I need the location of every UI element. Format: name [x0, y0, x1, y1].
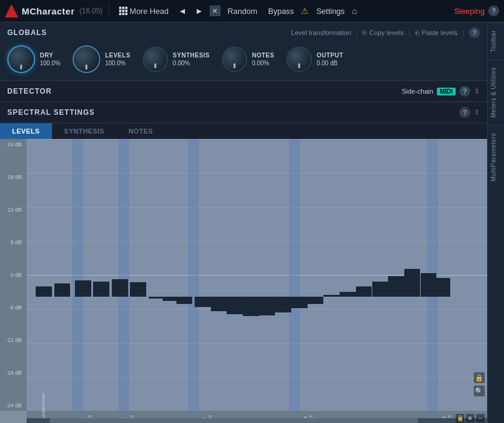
bar-19: [356, 286, 372, 297]
v-band-3: [289, 139, 300, 411]
zoom-icon-button[interactable]: 🔍: [474, 386, 485, 396]
knob-synthesis[interactable]: [143, 47, 168, 72]
knob-label-synthesis: SYNTHESIS: [173, 52, 210, 59]
h-line-0: [27, 139, 487, 140]
knob-value-synthesis: 0.00%: [173, 60, 210, 66]
nav-prev-button[interactable]: ◄: [176, 5, 189, 17]
bar-2: [75, 280, 91, 297]
bar-20: [372, 282, 389, 297]
knob-labels-levels: LEVELS 100.0%: [105, 52, 131, 66]
knob-indicator-dry: [21, 65, 22, 69]
detector-title: DETECTOR: [7, 87, 52, 95]
bar-16: [308, 297, 324, 304]
bar-5: [130, 282, 146, 297]
h-line-7: [27, 377, 487, 378]
lock-icon-button[interactable]: 🔒: [474, 372, 485, 383]
globals-section: GLOBALS Level transformation | ⎘ Copy le…: [0, 22, 487, 81]
knob-group-synthesis[interactable]: SYNTHESIS 0.00%: [143, 47, 210, 72]
bar-10: [211, 297, 227, 311]
sidebar-tab-multiparams[interactable]: MultiParameters: [488, 125, 504, 189]
close-button[interactable]: ✕: [210, 5, 221, 16]
scrollbar-icons: 🔒 ⊕ ↔: [456, 414, 485, 422]
random-button[interactable]: Random: [224, 5, 261, 17]
knob-labels-output: OUTPUT 0.00 dB: [317, 52, 343, 66]
y-label-5: -6 dB: [1, 305, 24, 311]
chart-bottom-icons: 🔒 🔍: [474, 372, 485, 396]
bar-14: [275, 297, 291, 312]
app-version: (16.05): [80, 7, 103, 15]
knobs-row: DRY 100.0% LEVELS 100.0% SYNTHESIS 0.00%…: [7, 43, 480, 76]
left-panel: GLOBALS Level transformation | ⎘ Copy le…: [0, 22, 487, 423]
sidebar-tab-meters[interactable]: Meters & Utilities: [488, 59, 504, 125]
spectral-chevron[interactable]: ⇕: [474, 108, 480, 117]
y-label-2: 12 dB: [1, 207, 24, 213]
tab-levels[interactable]: LEVELS: [0, 123, 52, 139]
sidebar-tab-toolbar[interactable]: Toolbar: [488, 22, 504, 59]
tab-notes[interactable]: NOTES: [117, 123, 165, 139]
knob-labels-dry: DRY 100.0%: [40, 52, 60, 66]
scrollbar-fit-icon[interactable]: ↔: [476, 414, 485, 422]
help-button[interactable]: ?: [488, 5, 499, 16]
right-sidebar: ToolbarMeters & UtilitiesMultiParameters: [487, 22, 504, 423]
paste-icon: ⎗: [415, 29, 419, 36]
detector-chevron[interactable]: ⇕: [474, 87, 480, 95]
globals-header: GLOBALS Level transformation | ⎘ Copy le…: [7, 27, 480, 38]
sleeping-button[interactable]: Sleeping: [454, 7, 485, 16]
knob-labels-synthesis: SYNTHESIS 0.00%: [173, 52, 210, 66]
bar-24: [434, 278, 450, 297]
knob-group-output[interactable]: OUTPUT 0.00 dB: [286, 47, 343, 72]
knob-output[interactable]: [286, 47, 312, 72]
scrollbar-thumb[interactable]: [50, 418, 418, 423]
chart-content: 🔒 🔍: [27, 139, 487, 411]
h-line-2: [27, 207, 487, 208]
knob-indicator-output: [298, 63, 300, 68]
bar-11: [227, 297, 243, 314]
v-band-1: [118, 139, 129, 411]
y-label-7: -18 dB: [1, 370, 24, 376]
knob-label-notes: NOTES: [252, 52, 274, 59]
tabs-row: LEVELSSYNTHESISNOTES: [0, 123, 487, 139]
knob-group-dry[interactable]: DRY 100.0%: [7, 45, 60, 73]
detector-section: DETECTOR Side-chain MIDI ? ⇕: [0, 81, 487, 102]
settings-button[interactable]: Settings: [312, 5, 348, 17]
knob-dry[interactable]: [7, 45, 35, 73]
bar-9: [195, 297, 211, 307]
knob-group-notes[interactable]: NOTES 0.00%: [222, 47, 274, 72]
bypass-button[interactable]: Bypass: [265, 5, 298, 17]
v-band-0: [73, 139, 83, 411]
top-bar: MCharacter (16.05) More Head ◄ ► ✕ Rando…: [0, 0, 504, 22]
main-layout: GLOBALS Level transformation | ⎘ Copy le…: [0, 22, 504, 423]
app-title: MCharacter: [22, 6, 75, 16]
tab-synthesis[interactable]: SYNTHESIS: [52, 123, 117, 139]
nav-next-button[interactable]: ►: [193, 5, 206, 17]
horizontal-scrollbar[interactable]: [27, 418, 487, 423]
side-chain-label: Side-chain: [402, 88, 433, 95]
more-head-button[interactable]: More Head: [115, 5, 172, 17]
bar-12: [243, 297, 259, 316]
bar-0: [36, 286, 52, 297]
copy-levels-btn[interactable]: Copy levels: [369, 29, 404, 36]
knob-group-levels[interactable]: LEVELS 100.0%: [73, 45, 131, 73]
knob-notes[interactable]: [222, 47, 247, 72]
spectral-help-button[interactable]: ?: [459, 107, 470, 118]
knob-value-levels: 100.0%: [105, 60, 131, 66]
x-label-0: Fundamental: [40, 393, 46, 422]
warning-icon: ⚠: [301, 6, 309, 16]
knob-value-output: 0.00 dB: [317, 60, 343, 66]
grid-icon: [119, 7, 128, 15]
detector-help-button[interactable]: ?: [459, 86, 470, 97]
v-band-2: [188, 139, 199, 411]
bar-15: [291, 297, 308, 308]
y-label-1: 18 dB: [1, 174, 24, 180]
paste-levels-btn[interactable]: Paste levels: [422, 29, 457, 36]
knob-levels[interactable]: [73, 45, 100, 73]
h-line-3: [27, 241, 487, 242]
midi-badge[interactable]: MIDI: [437, 88, 456, 95]
level-transformation-btn[interactable]: Level transformation: [291, 29, 352, 36]
scrollbar-lock-icon[interactable]: 🔒: [456, 414, 464, 422]
y-label-0: 24 dB: [1, 141, 24, 147]
y-label-4: 0 dB: [1, 272, 24, 278]
bar-8: [176, 297, 193, 304]
globals-help-button[interactable]: ?: [469, 27, 480, 38]
scrollbar-zoom-icon[interactable]: ⊕: [466, 414, 474, 422]
